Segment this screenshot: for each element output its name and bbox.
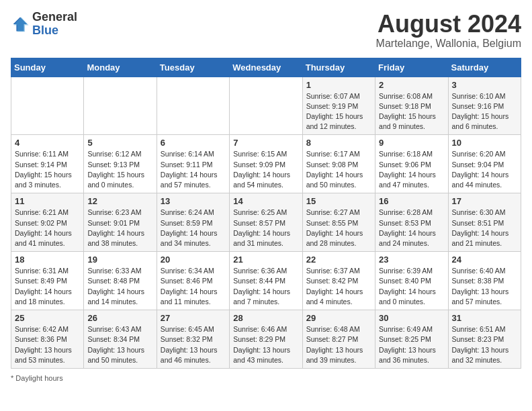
day-header-wednesday: Wednesday (230, 58, 302, 77)
calendar-cell (157, 77, 229, 135)
calendar-cell: 29Sunrise: 6:48 AM Sunset: 8:27 PM Dayli… (302, 310, 375, 369)
calendar-cell: 28Sunrise: 6:46 AM Sunset: 8:29 PM Dayli… (230, 310, 302, 369)
calendar-cell: 4Sunrise: 6:11 AM Sunset: 9:14 PM Daylig… (11, 135, 84, 193)
day-info: Sunrise: 6:15 AM Sunset: 9:09 PM Dayligh… (233, 149, 298, 190)
day-number: 18 (15, 255, 80, 265)
calendar-cell: 14Sunrise: 6:25 AM Sunset: 8:57 PM Dayli… (230, 193, 302, 252)
day-number: 3 (452, 80, 517, 90)
footer-note: * Daylight hours (11, 374, 521, 382)
calendar-cell: 25Sunrise: 6:42 AM Sunset: 8:36 PM Dayli… (11, 310, 84, 369)
day-number: 29 (306, 313, 371, 323)
calendar-table: SundayMondayTuesdayWednesdayThursdayFrid… (11, 58, 521, 369)
day-info: Sunrise: 6:11 AM Sunset: 9:14 PM Dayligh… (15, 149, 80, 190)
calendar-cell: 5Sunrise: 6:12 AM Sunset: 9:13 PM Daylig… (84, 135, 157, 193)
day-number: 24 (452, 255, 517, 265)
day-info: Sunrise: 6:27 AM Sunset: 8:55 PM Dayligh… (306, 208, 371, 248)
day-number: 9 (379, 138, 444, 148)
day-info: Sunrise: 6:33 AM Sunset: 8:48 PM Dayligh… (87, 266, 152, 307)
calendar-header-row: SundayMondayTuesdayWednesdayThursdayFrid… (11, 58, 521, 77)
calendar-cell: 20Sunrise: 6:34 AM Sunset: 8:46 PM Dayli… (157, 252, 229, 310)
day-info: Sunrise: 6:18 AM Sunset: 9:06 PM Dayligh… (379, 149, 444, 190)
day-info: Sunrise: 6:48 AM Sunset: 8:27 PM Dayligh… (306, 324, 371, 365)
day-info: Sunrise: 6:17 AM Sunset: 9:08 PM Dayligh… (306, 149, 371, 190)
calendar-week-row: 1Sunrise: 6:07 AM Sunset: 9:19 PM Daylig… (11, 77, 521, 135)
calendar-cell: 15Sunrise: 6:27 AM Sunset: 8:55 PM Dayli… (302, 193, 375, 252)
day-info: Sunrise: 6:36 AM Sunset: 8:44 PM Dayligh… (233, 266, 298, 307)
day-info: Sunrise: 6:40 AM Sunset: 8:38 PM Dayligh… (452, 266, 517, 307)
day-number: 7 (233, 138, 298, 148)
calendar-cell (84, 77, 157, 135)
day-number: 1 (306, 80, 371, 90)
day-info: Sunrise: 6:30 AM Sunset: 8:51 PM Dayligh… (452, 208, 517, 248)
day-header-sunday: Sunday (11, 58, 84, 77)
month-year-title: August 2024 (376, 11, 521, 38)
location-subtitle: Martelange, Wallonia, Belgium (376, 38, 521, 50)
day-info: Sunrise: 6:23 AM Sunset: 9:01 PM Dayligh… (87, 208, 152, 248)
day-header-tuesday: Tuesday (157, 58, 229, 77)
calendar-cell: 3Sunrise: 6:10 AM Sunset: 9:16 PM Daylig… (448, 77, 521, 135)
day-number: 14 (233, 196, 298, 206)
day-header-thursday: Thursday (302, 58, 375, 77)
day-info: Sunrise: 6:51 AM Sunset: 8:23 PM Dayligh… (452, 324, 517, 365)
calendar-cell (11, 77, 84, 135)
calendar-cell: 16Sunrise: 6:28 AM Sunset: 8:53 PM Dayli… (375, 193, 448, 252)
day-header-monday: Monday (84, 58, 157, 77)
logo-blue: Blue (32, 24, 77, 38)
day-number: 6 (161, 138, 226, 148)
day-header-saturday: Saturday (448, 58, 521, 77)
calendar-cell: 10Sunrise: 6:20 AM Sunset: 9:04 PM Dayli… (448, 135, 521, 193)
day-info: Sunrise: 6:46 AM Sunset: 8:29 PM Dayligh… (233, 324, 298, 365)
calendar-cell (230, 77, 302, 135)
calendar-cell: 7Sunrise: 6:15 AM Sunset: 9:09 PM Daylig… (230, 135, 302, 193)
day-number: 2 (379, 80, 444, 90)
calendar-cell: 9Sunrise: 6:18 AM Sunset: 9:06 PM Daylig… (375, 135, 448, 193)
day-number: 17 (452, 196, 517, 206)
calendar-week-row: 18Sunrise: 6:31 AM Sunset: 8:49 PM Dayli… (11, 252, 521, 310)
calendar-week-row: 25Sunrise: 6:42 AM Sunset: 8:36 PM Dayli… (11, 310, 521, 369)
day-number: 15 (306, 196, 371, 206)
day-number: 12 (87, 196, 152, 206)
day-number: 30 (379, 313, 444, 323)
day-number: 27 (161, 313, 226, 323)
day-number: 5 (87, 138, 152, 148)
calendar-cell: 22Sunrise: 6:37 AM Sunset: 8:42 PM Dayli… (302, 252, 375, 310)
day-number: 23 (379, 255, 444, 265)
day-number: 25 (15, 313, 80, 323)
day-info: Sunrise: 6:08 AM Sunset: 9:18 PM Dayligh… (379, 91, 444, 132)
day-info: Sunrise: 6:37 AM Sunset: 8:42 PM Dayligh… (306, 266, 371, 307)
calendar-cell: 31Sunrise: 6:51 AM Sunset: 8:23 PM Dayli… (448, 310, 521, 369)
logo-icon (11, 15, 30, 34)
day-info: Sunrise: 6:10 AM Sunset: 9:16 PM Dayligh… (452, 91, 517, 132)
calendar-week-row: 11Sunrise: 6:21 AM Sunset: 9:02 PM Dayli… (11, 193, 521, 252)
day-number: 26 (87, 313, 152, 323)
day-info: Sunrise: 6:45 AM Sunset: 8:32 PM Dayligh… (161, 324, 226, 365)
day-number: 31 (452, 313, 517, 323)
calendar-cell: 24Sunrise: 6:40 AM Sunset: 8:38 PM Dayli… (448, 252, 521, 310)
footer-note-text: Daylight hours (15, 374, 62, 382)
day-number: 4 (15, 138, 80, 148)
day-info: Sunrise: 6:42 AM Sunset: 8:36 PM Dayligh… (15, 324, 80, 365)
day-info: Sunrise: 6:43 AM Sunset: 8:34 PM Dayligh… (87, 324, 152, 365)
day-info: Sunrise: 6:07 AM Sunset: 9:19 PM Dayligh… (306, 91, 371, 132)
logo-text: General Blue (32, 11, 77, 38)
logo: General Blue (11, 11, 77, 38)
calendar-cell: 13Sunrise: 6:24 AM Sunset: 8:59 PM Dayli… (157, 193, 229, 252)
calendar-cell: 19Sunrise: 6:33 AM Sunset: 8:48 PM Dayli… (84, 252, 157, 310)
day-info: Sunrise: 6:14 AM Sunset: 9:11 PM Dayligh… (161, 149, 226, 190)
day-number: 28 (233, 313, 298, 323)
day-info: Sunrise: 6:34 AM Sunset: 8:46 PM Dayligh… (161, 266, 226, 307)
calendar-cell: 6Sunrise: 6:14 AM Sunset: 9:11 PM Daylig… (157, 135, 229, 193)
logo-general: General (32, 11, 77, 24)
day-info: Sunrise: 6:24 AM Sunset: 8:59 PM Dayligh… (161, 208, 226, 248)
calendar-cell: 8Sunrise: 6:17 AM Sunset: 9:08 PM Daylig… (302, 135, 375, 193)
day-number: 16 (379, 196, 444, 206)
day-number: 8 (306, 138, 371, 148)
page-header: General Blue August 2024 Martelange, Wal… (11, 11, 521, 50)
day-info: Sunrise: 6:21 AM Sunset: 9:02 PM Dayligh… (15, 208, 80, 248)
day-number: 13 (161, 196, 226, 206)
day-number: 19 (87, 255, 152, 265)
day-info: Sunrise: 6:25 AM Sunset: 8:57 PM Dayligh… (233, 208, 298, 248)
day-header-friday: Friday (375, 58, 448, 77)
day-number: 20 (161, 255, 226, 265)
calendar-week-row: 4Sunrise: 6:11 AM Sunset: 9:14 PM Daylig… (11, 135, 521, 193)
